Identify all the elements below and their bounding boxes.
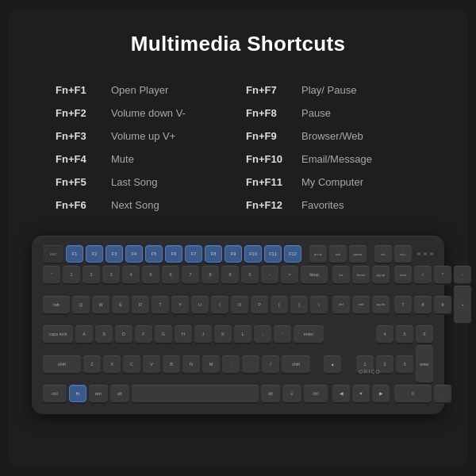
f7-key: F7 — [185, 245, 202, 263]
shortcut-action: Volume up V+ — [111, 130, 175, 142]
vol-up-key: vol+ — [394, 245, 412, 263]
equal-key: = — [281, 266, 298, 283]
shortcut-item: Fn+F1 Open Player — [48, 79, 238, 102]
8-key: 8 — [202, 266, 219, 283]
shortcut-action: Last Song — [111, 176, 158, 188]
num9: 9 — [434, 296, 451, 313]
comma-key: , — [222, 355, 240, 373]
4-key: 4 — [122, 266, 140, 283]
slash-key: / — [262, 355, 279, 373]
d-key: D — [115, 325, 132, 343]
fn-key: fn — [69, 385, 86, 402]
x-key: X — [103, 355, 121, 373]
rbracket-key: ] — [290, 296, 308, 313]
asdf-row: caps lock A S D F G H J K L ; ' enter 4 … — [43, 325, 433, 343]
f6-key: F6 — [165, 245, 182, 263]
f9-key: F9 — [225, 245, 242, 263]
ctrl-left-key: ctrl — [43, 385, 67, 402]
6-key: 6 — [162, 266, 179, 283]
del-key: del — [332, 296, 350, 313]
num-dot: . — [434, 385, 451, 402]
i-key: I — [211, 296, 228, 313]
shortcut-key: Fn+F10 — [246, 153, 301, 165]
c-key: C — [123, 355, 140, 373]
o-key: O — [231, 296, 248, 313]
shortcut-item: Fn+F2 Volume down V- — [48, 102, 238, 125]
tilde-key: ` — [43, 266, 60, 283]
shortcut-key: Fn+F2 — [56, 107, 111, 119]
f12-key: F12 — [284, 245, 301, 263]
v-key: V — [143, 355, 160, 373]
dot2 — [424, 252, 427, 255]
lbracket-key: [ — [271, 296, 288, 313]
quote-key: ' — [274, 325, 291, 343]
shortcut-action: Volume down V- — [111, 107, 186, 119]
f-key: F — [135, 325, 152, 343]
keyboard-illustration: esc F1 F2 F3 F4 F5 F6 F7 F8 F9 F10 F11 F… — [32, 236, 444, 414]
bottom-row: ctrl fn win alt alt ☰ ctrl ◀ ▼ ▶ 0 . — [43, 385, 433, 402]
backspace-key: bksp — [301, 266, 328, 283]
keyboard-top-row: esc F1 F2 F3 F4 F5 F6 F7 F8 F9 F10 F11 F… — [43, 245, 433, 263]
3-key: 3 — [102, 266, 120, 283]
f10-key: F10 — [244, 245, 262, 263]
num4: 4 — [376, 325, 393, 343]
b-key: B — [163, 355, 180, 373]
l-key: L — [234, 325, 251, 343]
page-title: Multimedia Shortcuts — [131, 32, 345, 56]
shortcut-action: Browser/Web — [301, 130, 363, 142]
r-key: R — [132, 296, 149, 313]
zxcv-row: shift Z X C V B N M , . / shift ▲ 1 2 3 … — [43, 345, 433, 382]
indicator-dots — [417, 252, 433, 255]
num-add: + — [454, 286, 471, 323]
num8: 8 — [414, 296, 432, 313]
tab-key: tab — [43, 296, 70, 313]
fn2-key: ☰ — [282, 385, 301, 402]
shortcut-item: Fn+F11 My Computer — [238, 171, 428, 194]
shortcut-item: Fn+F10 Email/Message — [238, 148, 428, 171]
shortcuts-grid: Fn+F1 Open Player Fn+F7 Play/ Pause Fn+F… — [48, 79, 428, 217]
q-key: Q — [72, 296, 90, 313]
semicolon-key: ; — [254, 325, 271, 343]
num6: 6 — [416, 325, 433, 343]
backslash-key: \ — [310, 296, 328, 313]
shortcut-item: Fn+F9 Browser/Web — [238, 125, 428, 148]
5-key: 5 — [142, 266, 159, 283]
pause-key: pause — [349, 245, 367, 263]
z-key: Z — [83, 355, 101, 373]
y-key: Y — [171, 296, 189, 313]
num-lock: num — [394, 266, 412, 283]
capslock-key: caps lock — [43, 325, 73, 343]
end-key: end — [352, 296, 370, 313]
num-div: / — [414, 266, 432, 283]
shortcut-action: Email/Message — [301, 153, 372, 165]
2-key: 2 — [83, 266, 100, 283]
minus-key: - — [261, 266, 278, 283]
f8-key: F8 — [205, 245, 222, 263]
shortcut-item: Fn+F5 Last Song — [48, 171, 238, 194]
win-key: win — [89, 385, 108, 402]
t-key: T — [152, 296, 169, 313]
m-key: M — [202, 355, 220, 373]
shortcut-key: Fn+F7 — [246, 84, 301, 96]
f3-key: F3 — [106, 245, 123, 263]
pgup-key: pg up — [372, 266, 390, 283]
f5-key: F5 — [145, 245, 163, 263]
f4-key: F4 — [125, 245, 143, 263]
dot3 — [430, 252, 433, 255]
num5: 5 — [396, 325, 413, 343]
alt-left-key: alt — [110, 385, 129, 402]
enter-key: enter — [294, 325, 324, 343]
alt-right-key: alt — [261, 385, 280, 402]
num7: 7 — [394, 296, 412, 313]
period-key: . — [242, 355, 259, 373]
h-key: H — [175, 325, 192, 343]
brand-logo: ORICO — [359, 369, 381, 374]
shortcut-action: Next Song — [111, 199, 159, 211]
j-key: J — [194, 325, 212, 343]
shortcut-key: Fn+F8 — [246, 107, 301, 119]
spacebar-key — [132, 385, 259, 402]
home-key: home — [352, 266, 370, 283]
p-key: P — [251, 296, 268, 313]
7-key: 7 — [182, 266, 199, 283]
num-enter: enter — [416, 345, 433, 382]
